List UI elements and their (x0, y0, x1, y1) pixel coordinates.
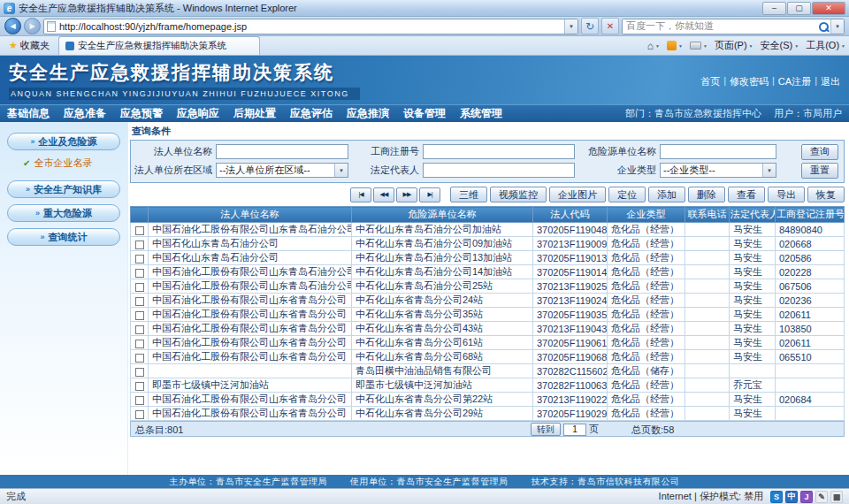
close-button[interactable]: ✕ (812, 2, 845, 15)
maximize-button[interactable]: ▢ (787, 2, 811, 15)
table-row[interactable]: 青岛田横中油油品销售有限公司370282C115602危化品（储存） (131, 364, 845, 378)
stop-icon[interactable]: ✕ (601, 18, 619, 34)
region-select[interactable]: --法人单位所在区域-- ▼ (216, 163, 348, 178)
search-box[interactable]: ▼ (622, 19, 845, 34)
row-checkbox[interactable] (135, 354, 144, 363)
table-row[interactable]: 中国石油化工股份有限公司山东省青岛分公司中石化山东省青岛分公司24站370213… (131, 294, 845, 308)
sidebar-group-button[interactable]: »重大危险源 (7, 204, 120, 222)
reset-button[interactable]: 重置 (801, 163, 838, 179)
status-icon[interactable]: S (770, 491, 783, 503)
status-icon[interactable]: J (800, 491, 813, 503)
nav-item[interactable]: 应急推演 (347, 106, 389, 121)
refresh-icon[interactable]: ↻ (581, 18, 599, 34)
nav-item[interactable]: 基础信息 (7, 106, 50, 121)
status-icon[interactable]: 中 (785, 491, 798, 503)
row-checkbox[interactable] (135, 396, 144, 405)
table-row[interactable]: 中国石油化工股份有限公司山东青岛石油分公司中石化山东青岛石油分公司25站3702… (131, 279, 845, 294)
cell: 370213F119009 (533, 237, 608, 251)
cell: 中石化山东青岛石油分公司09加油站 (352, 237, 533, 251)
pager-button[interactable]: ▶| (419, 187, 440, 202)
row-checkbox[interactable] (135, 325, 144, 334)
table-row[interactable]: 中国石油化工股份有限公司山东省青岛分公司中石化山东省青岛分公司第22站37021… (131, 393, 845, 407)
search-input[interactable] (623, 19, 816, 34)
table-row[interactable]: 中国石化山东青岛石油分公司中石化山东青岛石油分公司09加油站370213F119… (131, 237, 845, 251)
company-type-select[interactable]: --企业类型-- ▼ (660, 163, 776, 178)
browser-tab[interactable]: 安全生产应急救援指挥辅助决策系统 (58, 36, 260, 55)
goto-button[interactable]: 转到 (531, 423, 561, 436)
table-row[interactable]: 中国石油化工股份有限公司山东省青岛分公司中石化山东省青岛分公司43站370213… (131, 322, 845, 336)
toolbar-button[interactable]: 企业图片 (549, 187, 606, 202)
address-input[interactable] (59, 19, 564, 34)
header-link[interactable]: CA注册 (778, 75, 811, 88)
sidebar-group-button[interactable]: »企业及危险源 (7, 133, 120, 150)
favorites-button[interactable]: ★ 收藏夹 (4, 38, 55, 54)
search-dropdown-icon[interactable]: ▼ (830, 19, 844, 34)
row-checkbox[interactable] (135, 255, 144, 263)
toolbar-button[interactable]: 添加 (648, 187, 685, 202)
toolbar-button[interactable]: 删除 (688, 187, 725, 202)
table-row[interactable]: 中国石油化工股份有限公司山东省青岛分公司中石化山东省青岛分公司68站370205… (131, 350, 845, 364)
toolbar-button[interactable]: 视频监控 (490, 187, 547, 202)
status-icon[interactable]: ✎ (815, 491, 828, 503)
rss-icon[interactable]: ▼ (667, 41, 683, 50)
row-checkbox[interactable] (135, 340, 144, 348)
header-link[interactable]: 首页 (700, 75, 720, 88)
row-checkbox[interactable] (135, 241, 144, 249)
header-link[interactable]: 退出 (821, 75, 840, 88)
row-checkbox[interactable] (135, 382, 144, 391)
sidebar-group-button[interactable]: »安全生产知识库 (7, 180, 120, 198)
row-checkbox[interactable] (135, 311, 144, 320)
nav-item[interactable]: 应急评估 (290, 106, 333, 121)
home-icon[interactable]: ⌂▼ (647, 40, 660, 52)
toolbar-button[interactable]: 定位 (608, 187, 646, 202)
table-row[interactable]: 中国石化山东青岛石油分公司中石化山东青岛石油分公司13加油站370205F119… (131, 251, 845, 265)
row-checkbox[interactable] (135, 226, 144, 235)
row-checkbox[interactable] (135, 283, 144, 292)
toolbar-button[interactable]: 导出 (768, 187, 805, 202)
row-checkbox[interactable] (135, 368, 144, 377)
pager-button[interactable]: ▶▶ (396, 187, 417, 202)
table-row[interactable]: 中国石油化工股份有限公司山东省青岛分公司中石化山东省青岛分公司29站370205… (131, 407, 845, 421)
forward-button[interactable]: ▶ (24, 18, 41, 34)
table-row[interactable]: 即墨市七级镇中泛河加油站即墨市七级镇中泛河加油站370282F110063危化品… (131, 378, 845, 393)
header-link[interactable]: 修改密码 (730, 75, 769, 88)
table-row[interactable]: 中国石油化工股份有限公司山东青岛石油分公司中石化山东青岛石油分公司加油站3702… (131, 223, 845, 237)
address-bar[interactable]: ▼ (43, 19, 578, 34)
nav-item[interactable]: 应急预警 (120, 106, 163, 121)
nav-item[interactable]: 系统管理 (460, 106, 502, 121)
back-button[interactable]: ◀ (4, 18, 21, 34)
browser-menu[interactable]: 页面(P)▼ (715, 39, 753, 52)
search-icon[interactable] (816, 19, 830, 34)
page-input[interactable] (563, 424, 586, 436)
table-row[interactable]: 中国石油化工股份有限公司山东省青岛分公司中石化山东省青岛分公司35站370205… (131, 308, 845, 322)
sidebar-group-button[interactable]: »查询统计 (7, 228, 120, 246)
pager-button[interactable]: ◀◀ (373, 187, 394, 202)
sidebar-item[interactable]: ✔全市企业名录 (23, 157, 127, 170)
toolbar-button[interactable]: 查看 (728, 187, 765, 202)
nav-item[interactable]: 应急响应 (177, 106, 219, 121)
minimize-button[interactable]: – (762, 2, 786, 15)
toolbar-button[interactable]: 恢复 (807, 187, 845, 202)
search-button[interactable]: 查询 (801, 144, 838, 160)
hazard-name-input[interactable] (660, 144, 776, 159)
pager-button[interactable]: |◀ (350, 187, 371, 202)
toolbar-button[interactable]: 三维 (450, 187, 487, 202)
table-row[interactable]: 中国石油化工股份有限公司山东青岛石油分公司中石化山东青岛石油分公司14加油站37… (131, 265, 845, 279)
row-checkbox[interactable] (135, 297, 144, 306)
status-icon[interactable]: ▦ (830, 491, 843, 503)
browser-menu[interactable]: 安全(S)▼ (761, 39, 799, 52)
address-dropdown-icon[interactable]: ▼ (564, 19, 577, 34)
row-checkbox[interactable] (135, 410, 144, 419)
nav-item[interactable]: 后期处置 (233, 106, 276, 121)
table-row[interactable]: 中国石油化工股份有限公司山东省青岛分公司中石化山东省青岛分公司61站370205… (131, 336, 845, 350)
browser-menu[interactable]: 工具(O)▼ (806, 39, 845, 52)
business-reg-input[interactable] (423, 144, 575, 159)
row-checkbox[interactable] (135, 269, 144, 278)
cell (685, 294, 730, 308)
cell: 中国石油化工股份有限公司山东青岛石油分公司 (149, 223, 352, 237)
legal-rep-input[interactable] (423, 163, 575, 178)
nav-item[interactable]: 应急准备 (64, 106, 106, 121)
print-icon[interactable]: ▼ (690, 42, 708, 50)
nav-item[interactable]: 设备管理 (403, 106, 446, 121)
legal-name-input[interactable] (216, 144, 348, 159)
